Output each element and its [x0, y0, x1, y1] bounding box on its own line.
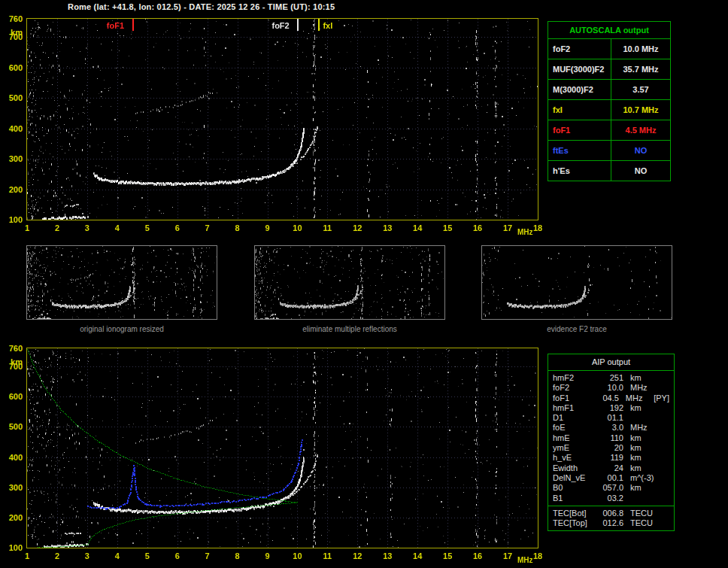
row-label: TEC[Top] — [553, 518, 596, 528]
row-value: 3.57 — [611, 80, 670, 99]
y-tick-label: 500 — [3, 93, 23, 102]
x-tick-label: 15 — [440, 551, 455, 560]
main-ionogram-plot — [26, 18, 538, 220]
x-tick-label: 1 — [20, 551, 35, 560]
row-label: Ewidth — [553, 463, 596, 473]
x-tick-label: 2 — [50, 223, 65, 232]
row-unit: TECU — [630, 518, 660, 528]
aip-table-header: AIP output — [548, 354, 674, 371]
profile-ionogram-plot — [26, 348, 538, 548]
y-tick-label: 300 — [3, 483, 23, 492]
aip-table-body: hmF2251km foF210.0MHz foF104.5MHz[PY] hm… — [548, 371, 674, 506]
station-date-time-title: Rome (lat: +41.8, lon: 012.5) - DATE: 20… — [68, 2, 335, 11]
y-tick-label: 100 — [3, 543, 23, 552]
x-tick-label: 3 — [80, 223, 95, 232]
aip-row-tec-bot: TEC[Bot]006.8TECU — [548, 509, 674, 518]
row-value: NO — [611, 161, 670, 181]
row-value: 00.1 — [596, 473, 623, 483]
row-label: foF1 — [548, 120, 611, 140]
x-tick-label: 10 — [290, 223, 305, 232]
row-unit: km — [630, 453, 660, 463]
x-tick-label: 8 — [230, 223, 245, 232]
x-tick-label: 6 — [170, 551, 185, 560]
row-label: MUF(3000)F2 — [548, 59, 611, 79]
y-tick-label: 400 — [3, 124, 23, 133]
row-value: 35.7 MHz — [611, 59, 670, 79]
y-tick-label: 200 — [3, 185, 23, 194]
row-value: 10.0 — [596, 383, 623, 393]
foF2-marker-label: foF2 — [271, 21, 289, 30]
foF1-marker-label: foF1 — [107, 21, 124, 30]
x-tick-label: 12 — [350, 551, 365, 560]
row-label: B0 — [553, 483, 596, 493]
row-unit: MHz — [626, 393, 654, 403]
y-tick-label: 100 — [3, 215, 23, 224]
table-row-m3000f2: M(3000)F2 3.57 — [548, 80, 670, 100]
row-value: 3.0 — [596, 423, 623, 433]
thumbnail-original-ionogram — [26, 245, 217, 320]
row-label: ftEs — [548, 141, 611, 160]
x-tick-label: 4 — [110, 223, 125, 232]
x-tick-label: 7 — [200, 551, 215, 560]
thumbnail-caption: original ionogram resized — [26, 325, 217, 333]
row-value: 10.7 MHz — [611, 100, 670, 120]
x-tick-label: 14 — [410, 223, 425, 232]
row-label: TEC[Bot] — [553, 509, 596, 518]
table-row-foF2: foF2 10.0 MHz — [548, 39, 670, 59]
fxI-marker-label: fxI — [323, 21, 332, 30]
table-row-muf3000f2: MUF(3000)F2 35.7 MHz — [548, 59, 670, 80]
y-axis-unit-label: km — [3, 29, 23, 37]
row-unit: TECU — [630, 509, 660, 518]
row-value: 24 — [596, 463, 623, 473]
row-value: 057.0 — [596, 483, 623, 493]
y-tick-label: 200 — [3, 513, 23, 522]
row-label: B1 — [553, 494, 596, 503]
aip-row-hmF1: hmF1192km — [548, 403, 674, 413]
row-value: 192 — [596, 403, 623, 413]
aip-row-foE: foE3.0MHz — [548, 423, 674, 433]
y-tick-label: 600 — [3, 63, 23, 72]
row-unit: m^(-3) — [630, 473, 660, 483]
x-tick-label: 8 — [230, 551, 245, 560]
aip-row-B1: B103.2 — [548, 494, 674, 503]
row-unit: MHz — [630, 383, 660, 393]
row-unit: km — [630, 443, 660, 453]
autoscala-output-table: AUTOSCALA output foF2 10.0 MHz MUF(3000)… — [548, 21, 671, 181]
row-value: 01.1 — [596, 413, 623, 423]
row-value: 251 — [596, 373, 623, 383]
x-tick-label: 17 — [500, 551, 515, 560]
row-label: M(3000)F2 — [548, 80, 611, 99]
y-tick-label: 400 — [3, 453, 23, 462]
x-tick-label: 9 — [260, 223, 275, 232]
row-value: 110 — [596, 433, 623, 443]
aip-row-foF2: foF210.0MHz — [548, 383, 674, 393]
x-axis-unit-label: MHz — [517, 556, 533, 564]
row-unit: MHz — [630, 423, 660, 433]
aip-row-B0: B0057.0km — [548, 483, 674, 493]
y-tick-label: 600 — [3, 392, 23, 401]
x-tick-label: 5 — [140, 223, 155, 232]
row-value: 119 — [596, 453, 623, 463]
thumbnail-f2-trace — [481, 245, 672, 320]
thumbnail-original-canvas — [27, 246, 217, 319]
x-tick-label: 12 — [350, 223, 365, 232]
x-tick-label: 16 — [470, 551, 485, 560]
row-label: h'Es — [548, 161, 611, 181]
row-label: foF1 — [553, 393, 593, 403]
x-tick-label: 2 — [50, 551, 65, 560]
row-value: NO — [611, 141, 670, 160]
row-label: foE — [553, 423, 596, 433]
row-label: foF2 — [548, 39, 611, 59]
profile-ionogram-canvas — [27, 348, 538, 548]
thumbnail-no-multiples — [254, 245, 445, 320]
autoscala-output-screen: Rome (lat: +41.8, lon: 012.5) - DATE: 20… — [0, 0, 728, 568]
row-label: h_vE — [553, 453, 596, 463]
thumbnail-caption: evidence F2 trace — [481, 325, 672, 333]
x-tick-label: 17 — [500, 223, 515, 232]
x-axis-unit-label: MHz — [517, 228, 533, 236]
row-value: 4.5 MHz — [611, 120, 670, 140]
row-unit — [630, 413, 660, 423]
row-label: foF2 — [553, 383, 596, 393]
x-tick-label: 6 — [170, 223, 185, 232]
row-value: 04.5 — [593, 393, 619, 403]
